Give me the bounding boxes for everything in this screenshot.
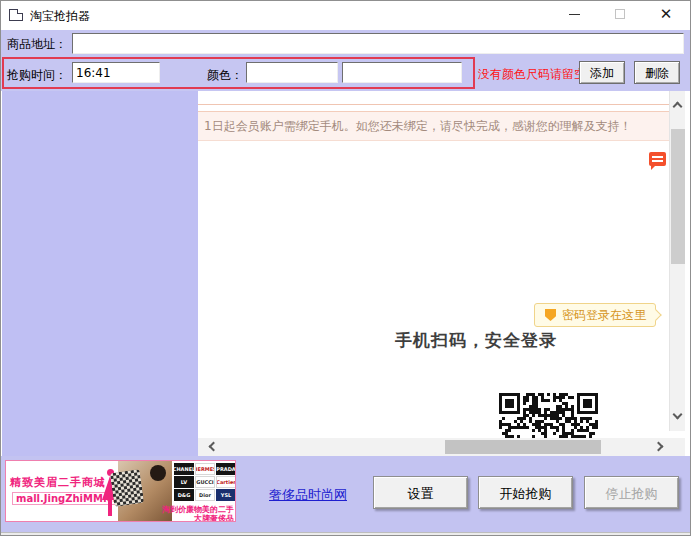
fashion-site-link[interactable]: 奢侈品时尚网 [269, 486, 347, 504]
tooltip-text: 密码登录在这里 [562, 307, 646, 324]
scroll-down-icon[interactable] [673, 410, 683, 420]
scroll-up-icon[interactable] [673, 102, 683, 112]
settings-button[interactable]: 设置 [373, 476, 468, 509]
brand-logo: YSL [216, 489, 236, 501]
add-button[interactable]: 添加 [579, 61, 625, 84]
brand-logo: Cartier [216, 476, 236, 488]
highlight-red-box [2, 57, 475, 89]
scroll-right-icon[interactable] [654, 442, 664, 452]
product-address-input[interactable] [72, 33, 684, 54]
tooltip-arrow-icon [650, 309, 661, 320]
maximize-icon [615, 9, 625, 19]
brand-logo: CHANEL [174, 463, 194, 475]
brand-logo: D&G [174, 489, 194, 501]
minimize-icon [569, 14, 580, 15]
left-panel [2, 91, 198, 456]
banner-tagline: 大牌奢侈品 [126, 513, 234, 522]
shield-icon [545, 309, 556, 321]
horizontal-scroll-thumb[interactable] [445, 440, 601, 454]
maximize-button[interactable] [603, 1, 637, 27]
app-window: 淘宝抢拍器 ✕ 商品地址： 抢购时间： 颜色： 尺码： 没有颜色尺码请留空 添加… [0, 0, 691, 536]
horizontal-scrollbar[interactable] [198, 438, 685, 456]
delete-button[interactable]: 删除 [634, 61, 680, 84]
brand-logo: GUCCI [195, 476, 215, 488]
vertical-scrollbar[interactable] [669, 91, 685, 431]
scroll-left-icon[interactable] [209, 442, 219, 452]
banner-title: 精致美眉二手商城 [10, 475, 106, 490]
address-label: 商品地址： [7, 36, 67, 53]
minimize-button[interactable] [557, 1, 591, 27]
brand-logo: PRADA [216, 463, 236, 475]
page-divider [198, 104, 669, 105]
brand-logo-grid: CHANEL HERMES PRADA LV GUCCI Cartier D&G… [174, 463, 236, 503]
password-login-tooltip[interactable]: 密码登录在这里 [534, 303, 656, 327]
title-bar[interactable]: 淘宝抢拍器 ✕ [1, 1, 690, 30]
embedded-browser: 1日起会员账户需绑定手机。如您还未绑定，请尽快完成，感谢您的理解及支持！ 密码登… [198, 91, 691, 456]
window-title: 淘宝抢拍器 [30, 8, 90, 25]
brand-logo: LV [174, 476, 194, 488]
ad-banner[interactable]: 精致美眉二手商城 mall.JingZhiMM.cn CHANEL HERMES… [5, 460, 236, 522]
vertical-scroll-thumb[interactable] [671, 129, 685, 264]
qr-code [499, 393, 598, 439]
brand-logo: Dior [195, 489, 215, 501]
stop-purchase-button[interactable]: 停止抢购 [584, 476, 679, 509]
close-button[interactable]: ✕ [649, 1, 683, 27]
brand-logo: HERMES [195, 463, 215, 475]
footer-panel: 精致美眉二手商城 mall.JingZhiMM.cn CHANEL HERMES… [1, 456, 690, 532]
scan-login-headline: 手机扫码，安全登录 [395, 329, 557, 352]
notice-banner: 1日起会员账户需绑定手机。如您还未绑定，请尽快完成，感谢您的理解及支持！ [198, 111, 669, 141]
feedback-chat-icon[interactable] [649, 152, 666, 166]
empty-hint-text: 没有颜色尺码请留空 [478, 66, 586, 83]
start-purchase-button[interactable]: 开始抢购 [478, 476, 573, 509]
window-bottom-edge [1, 532, 690, 535]
app-icon [9, 9, 23, 21]
